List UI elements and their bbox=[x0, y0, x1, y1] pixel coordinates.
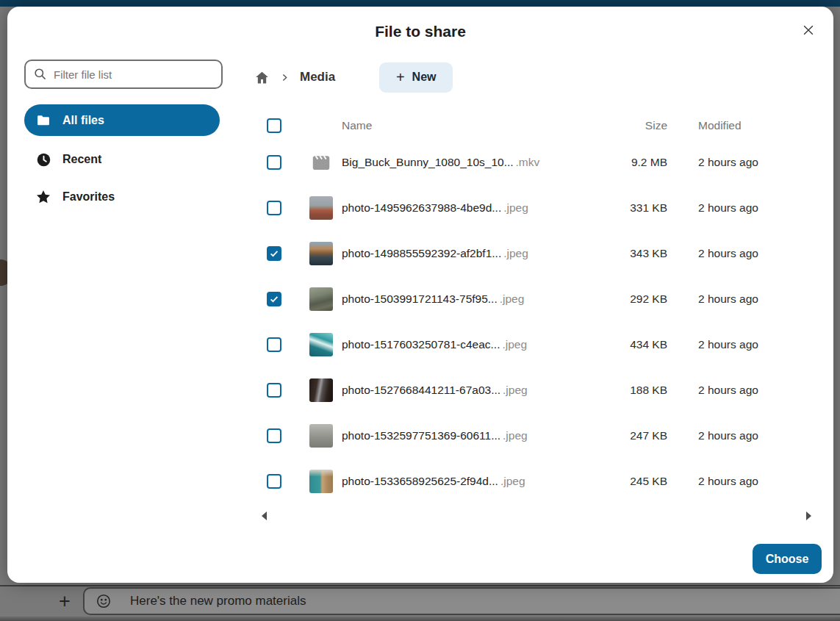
file-thumbnail bbox=[309, 378, 333, 402]
file-thumbnail bbox=[309, 470, 333, 493]
scroll-left-icon[interactable] bbox=[262, 511, 267, 520]
row-checkbox-unchecked[interactable] bbox=[267, 337, 281, 352]
file-size: 245 KB bbox=[595, 475, 667, 488]
dialog-content: Media + New Name Size Modified bbox=[250, 54, 823, 522]
file-extension: .jpeg bbox=[503, 429, 528, 442]
file-thumbnail bbox=[309, 196, 333, 220]
sidebar-nav: All files Recent bbox=[24, 104, 224, 211]
row-checkbox-unchecked[interactable] bbox=[267, 474, 281, 489]
row-checkbox-unchecked[interactable] bbox=[267, 428, 281, 443]
file-modified: 2 hours ago bbox=[698, 338, 823, 351]
smiley-icon bbox=[96, 593, 112, 609]
file-name: photo-1498855592392-af2bf1... bbox=[342, 247, 501, 260]
breadcrumb: Media + New bbox=[250, 61, 823, 93]
file-extension: .jpeg bbox=[503, 384, 528, 397]
scroll-right-icon[interactable] bbox=[806, 511, 811, 520]
horizontal-scrollbar bbox=[250, 509, 823, 522]
clock-icon bbox=[35, 152, 51, 168]
file-size: 9.2 MB bbox=[595, 156, 667, 169]
filter-input[interactable] bbox=[24, 60, 223, 89]
plus-icon: + bbox=[396, 69, 405, 86]
column-header-name[interactable]: Name bbox=[339, 119, 595, 132]
sidebar-item-label: Recent bbox=[62, 153, 101, 166]
dialog-sidebar: All files Recent bbox=[24, 60, 224, 211]
search-icon bbox=[33, 67, 47, 84]
home-icon[interactable] bbox=[254, 70, 270, 85]
file-table: Name Size Modified Big_Buck_Bunny_1080_1… bbox=[250, 112, 823, 522]
attach-plus-button: + bbox=[51, 588, 78, 614]
file-size: 247 KB bbox=[595, 429, 667, 442]
sidebar-item-label: Favorites bbox=[62, 190, 115, 204]
file-name: photo-1503991721143-75f95... bbox=[342, 292, 498, 306]
column-header-modified[interactable]: Modified bbox=[698, 119, 823, 132]
file-name: photo-1532597751369-60611... bbox=[342, 429, 500, 442]
screen: + Here's the new promo materials File to… bbox=[0, 0, 840, 621]
file-picker-dialog: File to share bbox=[7, 7, 833, 583]
file-table-body: Big_Buck_Bunny_1080_10s_10... .mkv 9.2 M… bbox=[250, 140, 823, 504]
table-row[interactable]: photo-1532597751369-60611... .jpeg 247 K… bbox=[250, 413, 823, 459]
choose-button[interactable]: Choose bbox=[753, 544, 822, 574]
window-bottom-edge bbox=[0, 617, 840, 621]
new-button-label: New bbox=[412, 71, 437, 84]
file-modified: 2 hours ago bbox=[698, 201, 823, 215]
file-modified: 2 hours ago bbox=[698, 429, 823, 442]
sidebar-item-label: All files bbox=[62, 114, 104, 127]
file-size: 292 KB bbox=[595, 292, 667, 306]
sidebar-item-favorites[interactable]: Favorites bbox=[24, 183, 220, 211]
close-icon[interactable] bbox=[798, 20, 819, 40]
table-row[interactable]: photo-1527668441211-67a03... .jpeg 188 K… bbox=[250, 367, 823, 413]
chevron-right-icon bbox=[280, 73, 290, 82]
file-name: Big_Buck_Bunny_1080_10s_10... bbox=[342, 156, 514, 169]
row-checkbox-checked[interactable] bbox=[267, 292, 281, 306]
file-extension: .jpeg bbox=[500, 475, 525, 488]
select-all-checkbox[interactable] bbox=[267, 118, 281, 133]
file-extension: .jpeg bbox=[503, 247, 528, 260]
chat-area-divider bbox=[0, 585, 840, 586]
star-icon bbox=[35, 189, 51, 205]
file-thumbnail bbox=[309, 333, 333, 356]
file-size: 343 KB bbox=[595, 247, 667, 260]
row-checkbox-unchecked[interactable] bbox=[267, 155, 281, 170]
table-row[interactable]: Big_Buck_Bunny_1080_10s_10... .mkv 9.2 M… bbox=[250, 140, 823, 185]
file-size: 188 KB bbox=[595, 384, 667, 397]
file-extension: .jpeg bbox=[503, 201, 528, 215]
table-row[interactable]: photo-1495962637988-4be9d... .jpeg 331 K… bbox=[250, 185, 823, 231]
file-modified: 2 hours ago bbox=[698, 475, 823, 488]
row-checkbox-checked[interactable] bbox=[267, 246, 281, 261]
file-name: photo-1533658925625-2f94d... bbox=[342, 475, 498, 488]
folder-icon bbox=[35, 113, 51, 128]
file-name: photo-1495962637988-4be9d... bbox=[342, 201, 501, 215]
sidebar-item-recent[interactable]: Recent bbox=[24, 146, 220, 173]
row-checkbox-unchecked[interactable] bbox=[267, 383, 281, 398]
file-modified: 2 hours ago bbox=[698, 156, 823, 169]
file-modified: 2 hours ago bbox=[698, 384, 823, 397]
file-extension: .jpeg bbox=[500, 292, 525, 306]
dialog-title: File to share bbox=[7, 23, 833, 40]
message-input: Here's the new promo materials bbox=[83, 587, 840, 615]
new-button[interactable]: + New bbox=[379, 62, 453, 93]
file-name: photo-1517603250781-c4eac... bbox=[342, 338, 500, 351]
video-file-icon bbox=[309, 151, 333, 174]
table-row[interactable]: photo-1517603250781-c4eac... .jpeg 434 K… bbox=[250, 322, 823, 367]
file-thumbnail bbox=[309, 287, 333, 311]
sidebar-item-all-files[interactable]: All files bbox=[24, 104, 220, 136]
table-row[interactable]: photo-1533658925625-2f94d... .jpeg 245 K… bbox=[250, 459, 823, 504]
row-checkbox-unchecked[interactable] bbox=[267, 201, 281, 215]
file-extension: .mkv bbox=[516, 156, 540, 169]
file-modified: 2 hours ago bbox=[698, 292, 823, 306]
message-text: Here's the new promo materials bbox=[130, 594, 306, 609]
file-name: photo-1527668441211-67a03... bbox=[342, 384, 500, 397]
file-size: 434 KB bbox=[595, 338, 667, 351]
file-size: 331 KB bbox=[595, 201, 667, 215]
file-thumbnail bbox=[309, 424, 333, 448]
breadcrumb-current-folder[interactable]: Media bbox=[300, 70, 335, 85]
app-topbar bbox=[0, 0, 840, 7]
column-header-size[interactable]: Size bbox=[595, 119, 667, 132]
file-thumbnail bbox=[309, 242, 333, 265]
file-extension: .jpeg bbox=[502, 338, 527, 351]
table-row[interactable]: photo-1503991721143-75f95... .jpeg 292 K… bbox=[250, 276, 823, 322]
file-table-header: Name Size Modified bbox=[250, 112, 823, 140]
file-modified: 2 hours ago bbox=[698, 247, 823, 260]
table-row[interactable]: photo-1498855592392-af2bf1... .jpeg 343 … bbox=[250, 231, 823, 276]
